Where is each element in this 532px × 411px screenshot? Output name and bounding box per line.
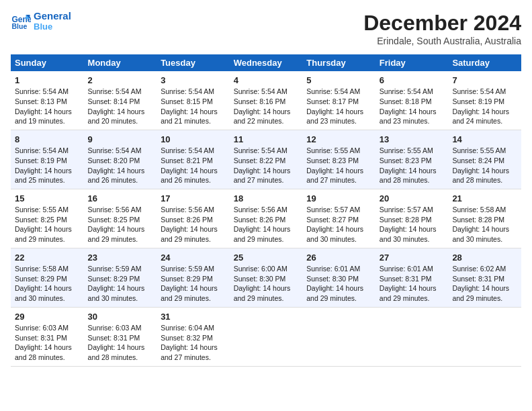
- daylight-label: Daylight: 14 hours: [15, 225, 72, 233]
- daylight-minutes: and 29 minutes.: [306, 294, 357, 302]
- daylight-minutes: and 28 minutes.: [452, 176, 502, 184]
- daylight-label: Daylight: 14 hours: [15, 167, 72, 175]
- day-number: 22: [15, 252, 80, 264]
- day-number: 31: [161, 311, 226, 323]
- daylight-label: Daylight: 14 hours: [161, 107, 218, 116]
- day-number: 28: [452, 252, 517, 264]
- daylight-minutes: and 30 minutes.: [15, 294, 65, 302]
- sunset-text: Sunset: 8:24 PM: [452, 156, 504, 165]
- sunset-text: Sunset: 8:32 PM: [161, 334, 213, 342]
- daylight-label: Daylight: 14 hours: [88, 225, 145, 233]
- day-number: 27: [380, 252, 445, 264]
- sunrise-text: Sunrise: 5:54 AM: [88, 146, 142, 154]
- calendar-cell: 18Sunrise: 5:56 AMSunset: 8:26 PMDayligh…: [230, 189, 303, 248]
- sunset-text: Sunset: 8:16 PM: [234, 97, 286, 105]
- day-number: 12: [306, 134, 371, 146]
- calendar-cell: 5Sunrise: 5:54 AMSunset: 8:17 PMDaylight…: [302, 71, 375, 130]
- calendar-cell: 14Sunrise: 5:55 AMSunset: 8:24 PMDayligh…: [448, 130, 521, 189]
- day-number: 25: [234, 252, 299, 264]
- daylight-minutes: and 28 minutes.: [380, 176, 430, 184]
- calendar-cell: 22Sunrise: 5:58 AMSunset: 8:29 PMDayligh…: [11, 248, 84, 307]
- sunrise-text: Sunrise: 5:56 AM: [234, 205, 287, 214]
- sunrise-text: Sunrise: 5:59 AM: [161, 265, 214, 273]
- daylight-label: Daylight: 14 hours: [306, 225, 363, 233]
- daylight-label: Daylight: 14 hours: [88, 167, 145, 175]
- daylight-label: Daylight: 14 hours: [452, 284, 509, 292]
- daylight-minutes: and 22 minutes.: [234, 117, 284, 125]
- calendar-cell: 23Sunrise: 5:59 AMSunset: 8:29 PMDayligh…: [84, 248, 157, 307]
- sunset-text: Sunset: 8:31 PM: [452, 275, 504, 283]
- daylight-label: Daylight: 14 hours: [380, 107, 437, 116]
- calendar-cell: [375, 307, 449, 366]
- daylight-minutes: and 28 minutes.: [15, 353, 65, 361]
- daylight-label: Daylight: 14 hours: [452, 225, 509, 233]
- daylight-minutes: and 29 minutes.: [234, 235, 284, 243]
- daylight-label: Daylight: 14 hours: [161, 284, 218, 292]
- calendar-cell: 3Sunrise: 5:54 AMSunset: 8:15 PMDaylight…: [157, 71, 230, 130]
- sunrise-text: Sunrise: 5:54 AM: [15, 87, 69, 95]
- daylight-label: Daylight: 14 hours: [15, 343, 72, 351]
- calendar-cell: 17Sunrise: 5:56 AMSunset: 8:26 PMDayligh…: [157, 189, 230, 248]
- day-number: 18: [234, 193, 299, 205]
- calendar-table: SundayMondayTuesdayWednesdayThursdayFrid…: [11, 54, 521, 367]
- sunset-text: Sunset: 8:26 PM: [161, 216, 213, 224]
- day-number: 7: [452, 75, 517, 87]
- sunrise-text: Sunrise: 5:57 AM: [380, 205, 433, 214]
- daylight-minutes: and 29 minutes.: [234, 294, 284, 302]
- daylight-label: Daylight: 14 hours: [88, 284, 145, 292]
- calendar-cell: 30Sunrise: 6:03 AMSunset: 8:31 PMDayligh…: [84, 307, 157, 366]
- daylight-minutes: and 25 minutes.: [15, 176, 65, 184]
- daylight-minutes: and 23 minutes.: [380, 117, 430, 125]
- calendar-cell: 20Sunrise: 5:57 AMSunset: 8:28 PMDayligh…: [375, 189, 449, 248]
- day-number: 4: [234, 75, 299, 87]
- sunrise-text: Sunrise: 5:55 AM: [306, 146, 360, 154]
- sunrise-text: Sunrise: 5:57 AM: [306, 205, 360, 214]
- sunset-text: Sunset: 8:21 PM: [161, 156, 213, 165]
- calendar-cell: 10Sunrise: 5:54 AMSunset: 8:21 PMDayligh…: [157, 130, 230, 189]
- daylight-minutes: and 29 minutes.: [161, 294, 211, 302]
- sunrise-text: Sunrise: 6:00 AM: [234, 265, 287, 273]
- sunset-text: Sunset: 8:30 PM: [234, 275, 286, 283]
- day-number: 6: [380, 75, 445, 87]
- day-number: 16: [88, 193, 153, 205]
- day-number: 29: [15, 311, 80, 323]
- sunrise-text: Sunrise: 6:02 AM: [452, 265, 506, 273]
- day-number: 10: [161, 134, 226, 146]
- sunrise-text: Sunrise: 5:54 AM: [88, 87, 142, 95]
- sunrise-text: Sunrise: 5:56 AM: [161, 205, 214, 214]
- calendar-cell: 4Sunrise: 5:54 AMSunset: 8:16 PMDaylight…: [230, 71, 303, 130]
- day-number: 3: [161, 75, 226, 87]
- daylight-label: Daylight: 14 hours: [161, 343, 218, 351]
- calendar-cell: 7Sunrise: 5:54 AMSunset: 8:19 PMDaylight…: [448, 71, 521, 130]
- daylight-minutes: and 23 minutes.: [306, 117, 357, 125]
- sunset-text: Sunset: 8:23 PM: [306, 156, 359, 165]
- sunrise-text: Sunrise: 5:55 AM: [452, 146, 506, 154]
- page-header: General Blue General Blue December 2024 …: [11, 11, 521, 46]
- day-number: 20: [380, 193, 445, 205]
- calendar-cell: 8Sunrise: 5:54 AMSunset: 8:19 PMDaylight…: [11, 130, 84, 189]
- day-header-wednesday: Wednesday: [230, 54, 303, 71]
- daylight-minutes: and 30 minutes.: [452, 235, 502, 243]
- day-header-friday: Friday: [375, 54, 449, 71]
- calendar-cell: 13Sunrise: 5:55 AMSunset: 8:23 PMDayligh…: [375, 130, 449, 189]
- day-header-thursday: Thursday: [302, 54, 375, 71]
- sunset-text: Sunset: 8:20 PM: [88, 156, 140, 165]
- sunset-text: Sunset: 8:28 PM: [380, 216, 432, 224]
- sunset-text: Sunset: 8:30 PM: [306, 275, 359, 283]
- title-block: December 2024 Erindale, South Australia,…: [363, 11, 521, 46]
- sunset-text: Sunset: 8:28 PM: [452, 216, 504, 224]
- daylight-label: Daylight: 14 hours: [306, 167, 363, 175]
- daylight-label: Daylight: 14 hours: [452, 167, 509, 175]
- sunrise-text: Sunrise: 5:59 AM: [88, 265, 142, 273]
- calendar-cell: 19Sunrise: 5:57 AMSunset: 8:27 PMDayligh…: [302, 189, 375, 248]
- daylight-label: Daylight: 14 hours: [306, 284, 363, 292]
- day-number: 26: [306, 252, 371, 264]
- daylight-minutes: and 26 minutes.: [161, 176, 211, 184]
- daylight-label: Daylight: 14 hours: [452, 107, 509, 116]
- sunrise-text: Sunrise: 5:54 AM: [234, 87, 287, 95]
- sunset-text: Sunset: 8:29 PM: [161, 275, 213, 283]
- daylight-minutes: and 19 minutes.: [15, 117, 65, 125]
- daylight-label: Daylight: 14 hours: [161, 167, 218, 175]
- sunset-text: Sunset: 8:25 PM: [15, 216, 67, 224]
- daylight-minutes: and 30 minutes.: [306, 235, 357, 243]
